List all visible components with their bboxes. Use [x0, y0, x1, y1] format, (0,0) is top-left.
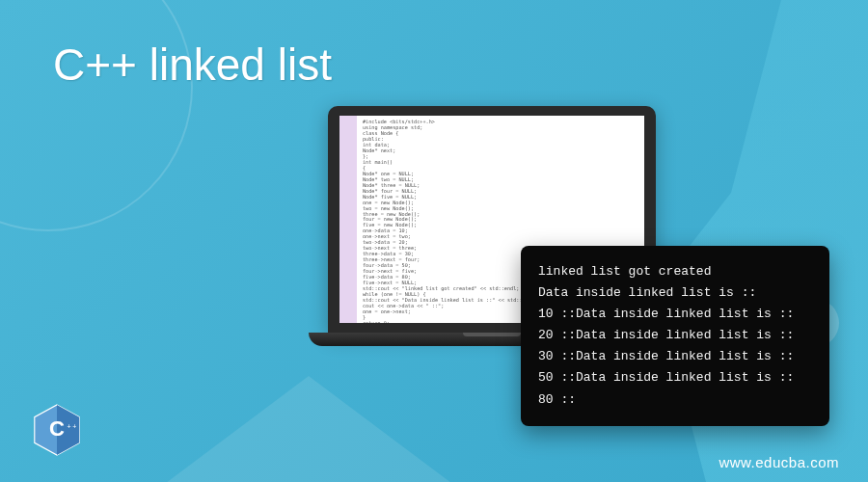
terminal-line: 80 ::	[538, 389, 812, 411]
terminal-line: 50 ::Data inside linked list is ::	[538, 367, 812, 388]
code-gutter	[339, 116, 357, 323]
terminal-line: 10 ::Data inside linked list is ::	[538, 304, 812, 325]
terminal-line: 30 ::Data inside linked list is ::	[538, 346, 812, 367]
bg-triangle	[116, 376, 502, 482]
terminal-output: linked list got createdData inside linke…	[521, 246, 829, 426]
svg-text:+: +	[72, 423, 76, 430]
bg-circle	[0, 0, 193, 231]
terminal-line: linked list got created	[538, 261, 812, 282]
page-title: C++ linked list	[53, 39, 332, 91]
cpp-logo-icon: C + +	[29, 402, 85, 458]
svg-text:+: +	[67, 423, 70, 430]
site-url: www.educba.com	[719, 454, 839, 470]
terminal-line: Data inside linked list is ::	[538, 282, 812, 304]
terminal-line: 20 ::Data inside linked list is ::	[538, 325, 812, 346]
svg-text:C: C	[49, 416, 65, 441]
